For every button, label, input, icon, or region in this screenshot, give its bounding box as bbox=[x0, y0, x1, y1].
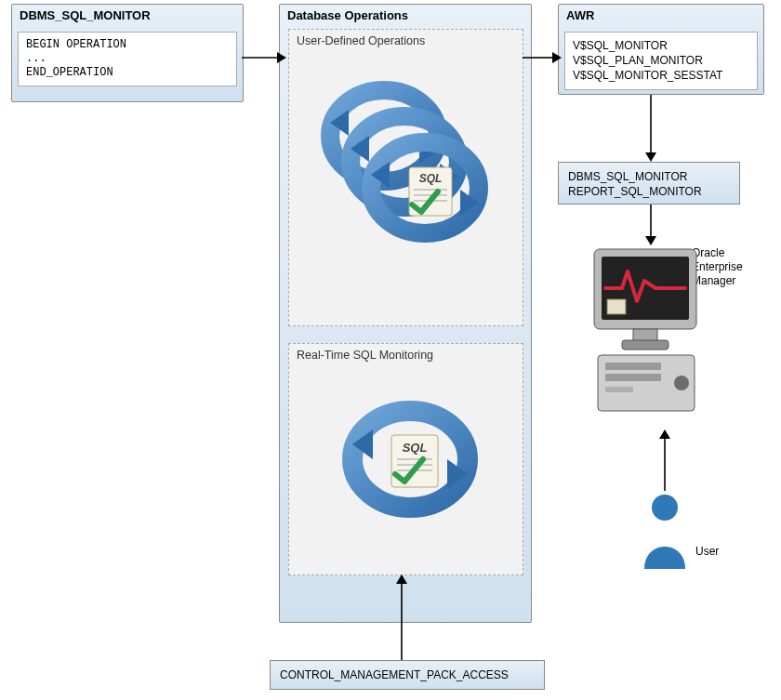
user-icon bbox=[639, 493, 691, 575]
awr-panel: AWR V$SQL_MONITOR V$SQL_PLAN_MONITOR V$S… bbox=[558, 4, 764, 95]
arrow-param-to-rt bbox=[392, 575, 411, 660]
sql-cycle-icon: SQL bbox=[336, 385, 484, 536]
svg-point-30 bbox=[674, 376, 689, 390]
user-label: User bbox=[695, 545, 719, 558]
arrow-report-to-em bbox=[642, 205, 660, 245]
user-defined-operations-title: User-Defined Operations bbox=[289, 30, 523, 49]
computer-icon bbox=[589, 244, 714, 432]
real-time-sql-monitoring-title: Real-Time SQL Monitoring bbox=[289, 344, 523, 363]
dbms-sql-monitor-title: DBMS_SQL_MONITOR bbox=[12, 5, 243, 26]
svg-point-32 bbox=[652, 495, 678, 521]
arrow-user-to-em bbox=[655, 429, 674, 491]
awr-title: AWR bbox=[559, 5, 763, 26]
real-time-sql-monitoring-panel: Real-Time SQL Monitoring SQL bbox=[288, 343, 523, 575]
dbms-sql-monitor-panel: DBMS_SQL_MONITOR BEGIN OPERATION ... END… bbox=[11, 4, 244, 102]
database-operations-title: Database Operations bbox=[280, 5, 531, 26]
svg-rect-26 bbox=[622, 340, 668, 350]
svg-marker-42 bbox=[659, 429, 670, 439]
svg-marker-44 bbox=[396, 575, 407, 584]
arrow-awr-to-report bbox=[642, 95, 660, 162]
svg-rect-24 bbox=[607, 299, 626, 314]
awr-views-text: V$SQL_MONITOR V$SQL_PLAN_MONITOR V$SQL_M… bbox=[573, 39, 722, 82]
svg-marker-38 bbox=[645, 152, 656, 162]
database-operations-panel: Database Operations User-Defined Operati… bbox=[279, 4, 532, 623]
arrow-dbms-to-dbops bbox=[242, 48, 286, 67]
svg-rect-31 bbox=[605, 387, 633, 392]
control-management-pack-box: CONTROL_MANAGEMENT_PACK_ACCESS bbox=[270, 660, 545, 690]
awr-views: V$SQL_MONITOR V$SQL_PLAN_MONITOR V$SQL_M… bbox=[564, 32, 758, 90]
dbms-sql-monitor-code: BEGIN OPERATION ... END_OPERATION bbox=[18, 32, 237, 86]
svg-marker-40 bbox=[645, 236, 656, 245]
arrow-dbops-to-awr bbox=[523, 48, 562, 67]
svg-text:SQL: SQL bbox=[419, 172, 443, 185]
report-sql-monitor-box: DBMS_SQL_MONITOR REPORT_SQL_MONITOR bbox=[558, 162, 740, 205]
user-defined-operations-panel: User-Defined Operations bbox=[288, 29, 523, 326]
svg-rect-29 bbox=[605, 374, 661, 381]
svg-marker-36 bbox=[552, 52, 562, 63]
svg-marker-34 bbox=[277, 52, 286, 63]
svg-rect-28 bbox=[605, 363, 661, 370]
sql-cycle-icon: SQL bbox=[317, 67, 494, 311]
svg-text:SQL: SQL bbox=[403, 441, 428, 455]
